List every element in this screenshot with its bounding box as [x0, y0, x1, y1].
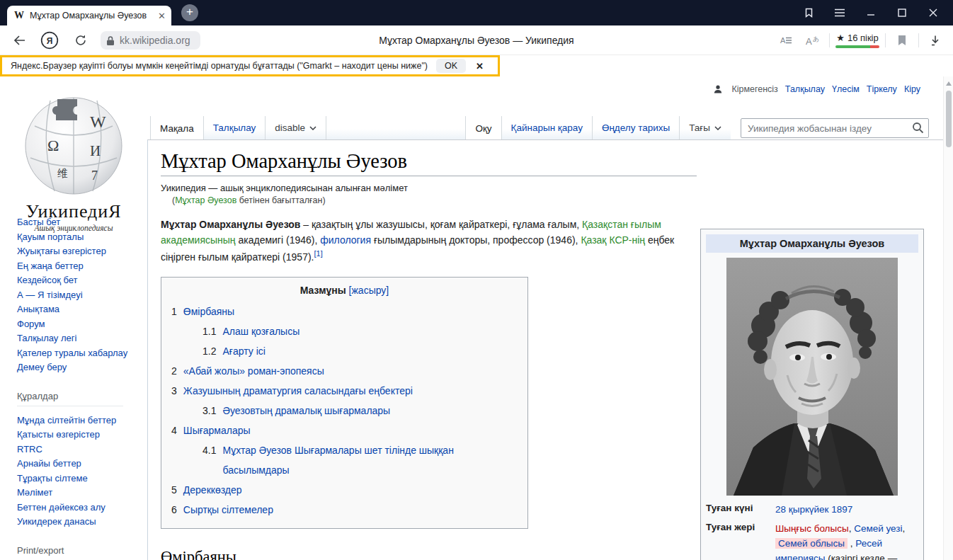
svg-text:A: A [806, 36, 812, 47]
wikipedia-globe-icon: W Ω И 维 7 [21, 91, 127, 197]
tab-more-dropdown[interactable]: Тағы [679, 116, 731, 139]
sidebar-nav-link[interactable]: Талқылау легі [17, 331, 144, 346]
sidebar-nav-link[interactable]: Кездейсоқ бет [17, 273, 144, 288]
toc-item[interactable]: 2 «Абай жолы» роман-эпопеясы [171, 361, 518, 381]
bookmark-icon[interactable] [891, 30, 913, 51]
toolbar-divider [885, 33, 886, 47]
url-field[interactable]: kk.wikipedia.org [101, 31, 200, 50]
sidebar-tool-link[interactable]: Мәлімет [17, 486, 144, 501]
tab-view-source[interactable]: Қайнарын қарау [501, 116, 592, 139]
maximize-icon[interactable] [886, 0, 918, 25]
toc-item[interactable]: 4.1 Мұхтар Әуезов Шығармалары шет тілінд… [171, 440, 518, 480]
svg-text:Ω: Ω [47, 137, 59, 154]
tab-close-icon[interactable]: ✕ [158, 11, 166, 21]
sidebar-tool-link[interactable]: RTRC [17, 442, 144, 457]
redirect-note: (Мұхтар Әуезов бетінен бағытталған) [172, 195, 943, 205]
toc-item[interactable]: 1.1 Алаш қозғалысы [171, 321, 518, 341]
toc-item[interactable]: 3.1 Әуезовтың драмалық шығармалары [171, 401, 518, 421]
toc-title: Мазмұны [300, 285, 346, 296]
toc-item[interactable]: 4 Шығармалары [171, 421, 518, 440]
close-window-icon[interactable] [918, 0, 949, 25]
toc-item[interactable]: 1.2 Ағарту ісі [171, 341, 518, 361]
personal-register-link[interactable]: Тіркелу [867, 84, 897, 94]
site-subtitle: Уикипедия — ашық энциклопедиясынан алынғ… [161, 183, 943, 193]
scrollbar[interactable] [943, 76, 953, 560]
sidebar-nav-link[interactable]: Басты бет [17, 215, 144, 230]
sidebar-tools-list: Мұнда сілтейтін беттерҚатысты өзгерістер… [17, 413, 144, 530]
sidebar-nav-link[interactable]: Жуықтағы өзгерістер [17, 244, 144, 259]
personal-contrib-link[interactable]: Үлесім [832, 84, 860, 94]
sidebar-nav-link[interactable]: Қауым порталы [17, 230, 144, 245]
sidebar-print-title: Print/export [17, 545, 123, 560]
browser-window: W Мұхтар Омарханұлы Әуезов ✕ + [0, 0, 953, 560]
sidebar-tool-link[interactable]: Арнайы беттер [17, 457, 144, 472]
sidebar-tool-link[interactable]: Уикидерек данасы [17, 515, 144, 530]
tab-history[interactable]: Өңделу тарихы [592, 116, 679, 139]
notice-ok-button[interactable]: OK [436, 59, 466, 73]
sidebar-nav-link[interactable]: Анықтама [17, 302, 144, 317]
personal-bar: Кірмегенсіз Талқылау Үлесім Тіркелу Кіру [714, 84, 920, 94]
minimize-icon[interactable] [855, 0, 886, 25]
svg-text:Я: Я [47, 36, 53, 46]
notice-close-icon[interactable]: ✕ [476, 61, 484, 72]
sidebar-nav-link[interactable]: Форум [17, 317, 144, 332]
translate-icon[interactable]: Aあ [802, 30, 823, 51]
url-text: kk.wikipedia.org [120, 35, 190, 46]
rating-bar [835, 45, 879, 48]
scrollbar-up-arrow[interactable] [946, 81, 952, 86]
browser-tab[interactable]: W Мұхтар Омарханұлы Әуезов ✕ [7, 6, 171, 25]
sidebar-tool-link[interactable]: Қатысты өзгерістер [17, 428, 144, 442]
infobox-value: 28 қыркүйек 1897 [775, 503, 918, 518]
personal-login-link[interactable]: Кіру [904, 84, 920, 94]
tab-disable-dropdown[interactable]: disable [265, 116, 326, 139]
toc-item[interactable]: 1 Өмірбаяны [171, 302, 518, 321]
chevron-down-icon [714, 126, 721, 130]
lock-icon [106, 35, 115, 46]
toc-item[interactable]: 6 Сыртқы сілтемелер [171, 500, 518, 520]
address-bar: Я kk.wikipedia.org Мұхтар Омарханұлы Әуе… [0, 25, 953, 55]
new-tab-button[interactable]: + [181, 4, 198, 21]
tab-panel-icon[interactable] [793, 0, 824, 25]
sidebar: Басты бетҚауым порталыЖуықтағы өзгерісте… [17, 215, 144, 560]
sidebar-nav-link[interactable]: Ең жаңа беттер [17, 259, 144, 274]
sidebar-nav-link[interactable]: А — Я тізімдеуі [17, 288, 144, 303]
reader-mode-icon[interactable]: A [775, 30, 797, 51]
sidebar-nav-link[interactable]: Қателер туралы хабарлау [17, 346, 144, 361]
sidebar-tool-link[interactable]: Мұнда сілтейтін беттер [17, 413, 144, 428]
personal-talk-link[interactable]: Талқылау [785, 84, 825, 94]
wikipedia-logo[interactable]: W Ω И 维 7 УикипедиЯ Ашық энциклопедиясы [11, 91, 136, 232]
sidebar-tool-link[interactable]: Беттен дәйексөз алу [17, 501, 144, 515]
table-of-contents: Мазмұны [жасыру] 1 Өмірбаяны 1.1 Алаш қо… [161, 277, 528, 529]
refresh-icon[interactable] [71, 31, 91, 50]
portrait-photo[interactable] [726, 258, 898, 496]
svg-text:A: A [780, 36, 786, 45]
sidebar-nav-link[interactable]: Демеу беру [17, 360, 144, 375]
page-title: Мұхтар Омарханұлы Әуезов [161, 150, 697, 176]
infobox-label: Туған жері [706, 522, 775, 560]
article-tabs-row: Мақала Талқылау disable Оқу Қайнарын қар… [147, 116, 943, 140]
yandex-icon[interactable]: Я [40, 31, 59, 50]
search-icon[interactable] [912, 122, 924, 137]
sidebar-nav-list: Басты бетҚауым порталыЖуықтағы өзгерісте… [17, 215, 144, 375]
toolbar-divider [918, 33, 919, 47]
search-input[interactable] [741, 118, 929, 138]
tab-talk[interactable]: Талқылау [203, 116, 266, 139]
tab-article[interactable]: Мақала [150, 116, 203, 140]
browser-tab-title: Мұхтар Омарханұлы Әуезов [30, 11, 154, 21]
back-icon[interactable] [10, 31, 30, 50]
star-icon: ★ [836, 33, 845, 43]
toc-item[interactable]: 5 Дереккөздер [171, 480, 518, 500]
sidebar-tool-link[interactable]: Тұрақты сілтеме [17, 472, 144, 486]
tab-read[interactable]: Оқу [465, 116, 501, 140]
scrollbar-thumb[interactable] [946, 91, 952, 147]
toc-item[interactable]: 3 Жазушының драматургия саласындағы еңбе… [171, 381, 518, 401]
extension-blocked-notice: Яндекс.Браузер қауіпті болуы мүмкін кеңе… [0, 55, 500, 76]
article-content: Мұхтар Омарханұлы Әуезов Уикипедия — ашы… [147, 139, 943, 560]
infobox-value: Шыңғыс болысы, Семей уезі, Семей облысы … [775, 522, 918, 560]
site-rating[interactable]: ★16 пікір [835, 33, 879, 48]
downloads-icon[interactable] [925, 30, 946, 51]
wikipedia-page: Кірмегенсіз Талқылау Үлесім Тіркелу Кіру… [0, 76, 953, 560]
toc-hide-link[interactable]: [жасыру] [349, 285, 389, 296]
menu-icon[interactable] [824, 0, 855, 25]
wikipedia-favicon: W [14, 10, 24, 21]
